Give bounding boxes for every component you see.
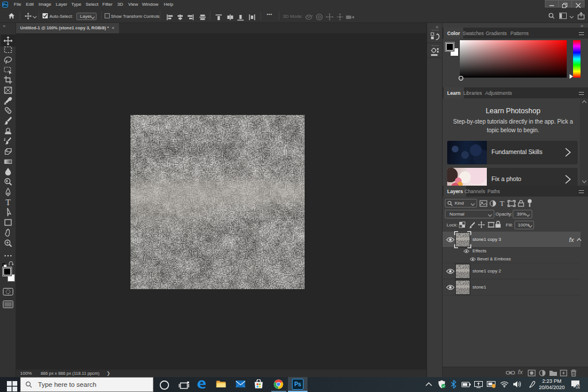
- svg-text:T: T: [5, 198, 10, 207]
- svg-text:T: T: [500, 199, 505, 207]
- svg-text:5: 5: [577, 385, 579, 389]
